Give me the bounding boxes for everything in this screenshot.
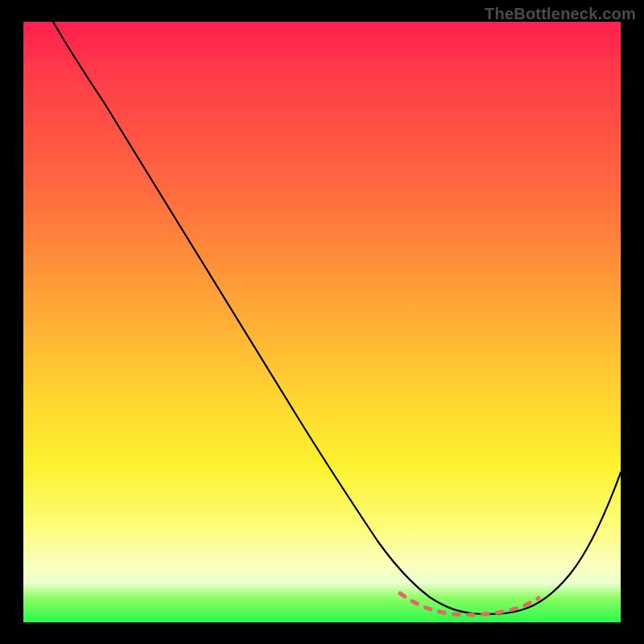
chart-plot-area xyxy=(23,22,621,622)
watermark-text: TheBottleneck.com xyxy=(485,5,636,23)
curve-line xyxy=(53,22,621,614)
bottleneck-curve xyxy=(23,22,621,622)
